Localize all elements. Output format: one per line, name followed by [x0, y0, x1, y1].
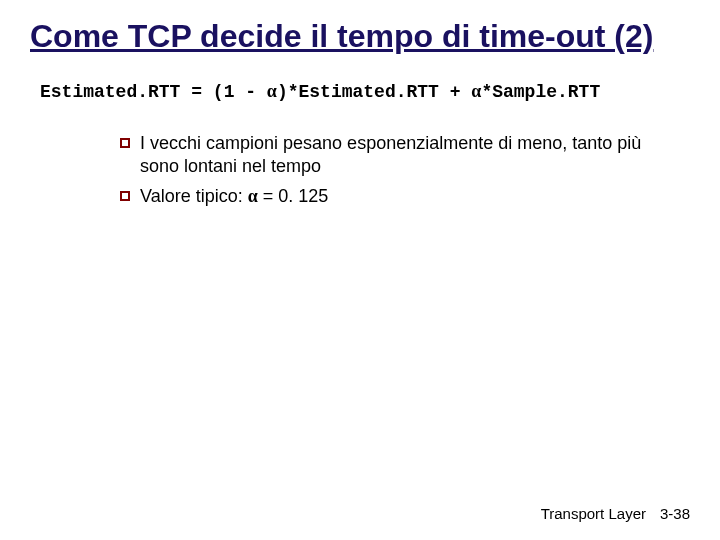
bullet-suffix: = 0. 125 — [258, 186, 329, 206]
formula: Estimated.RTT = (1 - α)*Estimated.RTT + … — [40, 81, 690, 102]
slide-footer: Transport Layer3-38 — [541, 505, 690, 522]
slide-title: Come TCP decide il tempo di time-out (2) — [30, 18, 690, 55]
formula-part2: )*Estimated.RTT + — [277, 82, 471, 102]
list-item: I vecchi campioni pesano esponenzialment… — [120, 132, 650, 179]
bullet-text: Valore tipico: α = 0. 125 — [140, 185, 650, 208]
bullet-list: I vecchi campioni pesano esponenzialment… — [120, 132, 650, 208]
footer-label: Transport Layer — [541, 505, 646, 522]
bullet-marker-icon — [120, 191, 130, 201]
alpha-symbol: α — [267, 81, 277, 101]
bullet-marker-icon — [120, 138, 130, 148]
list-item: Valore tipico: α = 0. 125 — [120, 185, 650, 208]
bullet-text: I vecchi campioni pesano esponenzialment… — [140, 132, 650, 179]
footer-page: 3-38 — [660, 505, 690, 522]
alpha-symbol: α — [248, 186, 258, 206]
alpha-symbol: α — [471, 81, 481, 101]
formula-part3: *Sample.RTT — [481, 82, 600, 102]
bullet-prefix: Valore tipico: — [140, 186, 248, 206]
formula-part1: Estimated.RTT = (1 - — [40, 82, 267, 102]
